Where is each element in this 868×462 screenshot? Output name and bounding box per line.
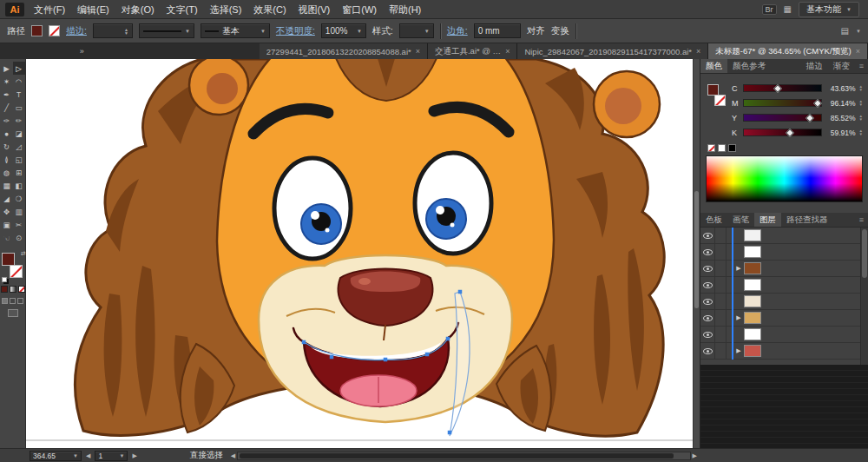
free-transform-tool[interactable]: ◱ — [13, 153, 25, 166]
layer-thumbnail[interactable] — [744, 246, 761, 258]
layer-thumbnail[interactable] — [744, 229, 761, 241]
default-colors-icon[interactable] — [2, 277, 7, 282]
mesh-tool[interactable]: ▦ — [1, 179, 13, 192]
fill-color-swatch[interactable] — [707, 84, 719, 96]
layer-row[interactable]: ▶ — [700, 294, 868, 310]
brush-select[interactable]: 基本 ▼ — [201, 23, 270, 38]
visibility-toggle[interactable] — [700, 327, 715, 342]
pencil-tool[interactable]: ✏ — [13, 114, 25, 127]
rotate-tool[interactable]: ↻ — [1, 140, 13, 153]
document-tab[interactable]: Nipic_29842067_20190829115417377000.ai* … — [517, 43, 708, 59]
menu-item[interactable]: 对象(O) — [115, 1, 161, 18]
swap-colors-icon[interactable]: ⇄ — [21, 250, 26, 257]
layer-row[interactable]: ▶ — [700, 261, 868, 277]
tab-close-icon[interactable]: × — [856, 47, 860, 56]
width-profile-select[interactable]: ▼ — [139, 23, 194, 38]
color-slider-knob[interactable] — [773, 84, 782, 93]
color-slider-track[interactable] — [743, 129, 822, 136]
lock-toggle[interactable] — [715, 294, 727, 309]
paintbrush-tool[interactable]: ✑ — [1, 114, 13, 127]
color-slider-track[interactable] — [743, 114, 822, 122]
draw-inside-button[interactable] — [17, 298, 23, 304]
panel-menu-icon[interactable]: ≡ — [855, 62, 868, 70]
spinner-icon[interactable]: ▲▼ — [859, 115, 863, 122]
layer-thumbnail[interactable] — [744, 262, 761, 274]
column-graph-tool[interactable]: ▥ — [13, 205, 25, 218]
visibility-toggle[interactable] — [700, 310, 715, 326]
draw-behind-button[interactable] — [10, 298, 16, 304]
bridge-icon[interactable]: Br — [762, 4, 777, 15]
scrollbar-thumb[interactable] — [240, 453, 674, 459]
white-swatch[interactable] — [718, 144, 726, 152]
direct-selection-tool[interactable]: ▷ — [13, 62, 25, 75]
layer-row[interactable]: ▶ — [700, 244, 868, 261]
shape-builder-tool[interactable]: ◍ — [1, 166, 13, 179]
layer-row[interactable]: ▶ — [700, 343, 868, 360]
layer-thumbnail[interactable] — [744, 295, 761, 307]
stroke-color-swatch[interactable] — [10, 265, 23, 278]
horizontal-scrollbar[interactable]: ◀ ▶ — [231, 452, 697, 460]
color-slider-knob[interactable] — [806, 114, 814, 122]
panel-tab[interactable]: 图层 — [754, 213, 781, 227]
panel-tab[interactable]: 颜色 — [700, 59, 727, 73]
screen-mode-button[interactable] — [8, 309, 18, 317]
vertical-scrollbar[interactable] — [693, 59, 700, 448]
workspace-switcher[interactable]: 基本功能 ▼ — [799, 2, 859, 17]
channel-value[interactable]: 85.52% — [825, 114, 856, 122]
layer-row[interactable]: ▶ — [700, 310, 868, 327]
channel-value[interactable]: 96.14% — [825, 99, 856, 108]
arrange-documents-icon[interactable]: ▦ — [784, 4, 792, 14]
opacity-label[interactable]: 不透明度: — [276, 25, 315, 37]
stroke-label[interactable]: 描边: — [66, 25, 87, 37]
layer-thumbnail[interactable] — [744, 279, 761, 291]
perspective-grid-tool[interactable]: ⊞ — [13, 166, 25, 179]
visibility-toggle[interactable] — [700, 244, 715, 260]
corner-label[interactable]: 边角: — [447, 25, 468, 37]
color-slider-track[interactable] — [743, 84, 822, 92]
color-slider-knob[interactable] — [813, 99, 822, 108]
menu-item[interactable]: 文字(T) — [161, 1, 204, 18]
eyedropper-tool[interactable]: ◢ — [1, 192, 13, 205]
menu-item[interactable]: 编辑(E) — [71, 1, 115, 18]
zoom-select[interactable]: 364.65 ▼ — [30, 451, 82, 461]
left-ear[interactable] — [189, 59, 248, 115]
fill-color-swatch[interactable] — [2, 253, 15, 266]
tab-close-icon[interactable]: × — [416, 47, 420, 56]
visibility-toggle[interactable] — [700, 261, 715, 276]
prev-artboard-button[interactable]: ◀ — [86, 452, 90, 459]
layer-thumbnail[interactable] — [744, 345, 761, 357]
panel-options-icon[interactable]: ▤ — [841, 26, 849, 36]
style-select[interactable]: ▼ — [399, 23, 434, 38]
lion-illustration[interactable] — [26, 59, 700, 448]
none-button[interactable] — [18, 286, 25, 293]
right-ear[interactable] — [594, 71, 660, 137]
lock-toggle[interactable] — [715, 228, 727, 243]
menu-item[interactable]: 选择(S) — [204, 1, 248, 18]
none-swatch[interactable] — [707, 144, 715, 152]
zoom-tool[interactable]: ⊙ — [13, 231, 25, 244]
lock-toggle[interactable] — [715, 327, 727, 342]
stroke-swatch[interactable] — [49, 25, 60, 36]
artboard-tool[interactable]: ▣ — [1, 218, 13, 231]
expand-arrow-icon[interactable]: ▶ — [733, 265, 744, 272]
lock-toggle[interactable] — [715, 277, 727, 293]
lock-toggle[interactable] — [715, 310, 727, 326]
artboard-input[interactable]: 1 ▼ — [95, 451, 128, 461]
color-slider-knob[interactable] — [786, 129, 794, 137]
layer-thumbnail[interactable] — [744, 328, 761, 340]
visibility-toggle[interactable] — [700, 228, 715, 243]
color-spectrum[interactable] — [706, 155, 863, 202]
type-tool[interactable]: T — [13, 88, 25, 101]
draw-normal-button[interactable] — [2, 298, 8, 304]
panel-tab[interactable]: 描边 — [801, 59, 828, 73]
rectangle-tool[interactable]: ▭ — [13, 101, 25, 114]
spinner-icon[interactable]: ▲▼ — [859, 85, 863, 92]
lock-toggle[interactable] — [715, 261, 727, 276]
menu-item[interactable]: 窗口(W) — [336, 1, 383, 18]
corner-input[interactable]: 0 mm — [474, 23, 521, 38]
document-tab[interactable]: 交通工具.ai* @ … × — [428, 43, 517, 59]
panel-tab[interactable]: 渐变 — [828, 59, 855, 73]
menu-item[interactable]: 文件(F) — [28, 1, 71, 18]
layer-row[interactable]: ▶ — [700, 277, 868, 294]
menu-item[interactable]: 视图(V) — [293, 1, 337, 18]
